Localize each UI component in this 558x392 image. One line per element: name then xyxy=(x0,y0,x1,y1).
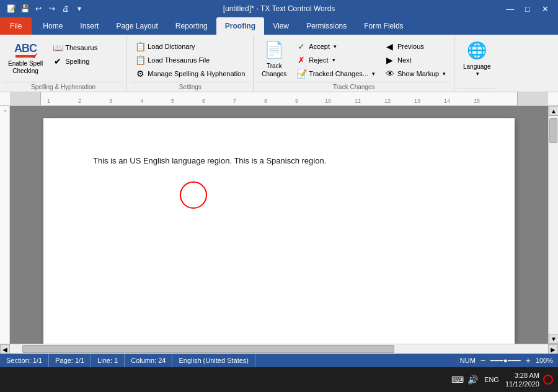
redo-qat-button[interactable]: ↪ xyxy=(46,2,58,15)
language-dropdown-icon[interactable]: ▾ xyxy=(476,71,479,78)
print-qat-button[interactable]: 🖨 xyxy=(60,2,72,15)
close-button[interactable]: ✕ xyxy=(537,2,553,15)
track-changes-group-content: 📄 TrackChanges ✓ Accept ▾ ✗ Reject ▾ 📝 T… xyxy=(257,37,450,81)
zoom-slider[interactable]: ━━━●━━━ xyxy=(490,357,521,365)
status-line: Line: 1 xyxy=(91,354,125,367)
status-column: Column: 24 xyxy=(125,354,172,367)
scroll-left-button[interactable]: ◀ xyxy=(0,344,10,354)
ribbon-group-language: 🌐 Language ▾ xyxy=(454,35,499,92)
quick-access-toolbar: 📝 💾 ↩ ↪ 🖨 ▾ xyxy=(5,2,86,15)
accept-dropdown-icon[interactable]: ▾ xyxy=(334,43,337,50)
spelling-group-label: Spelling & Hyphenation xyxy=(4,82,123,90)
show-markup-icon: 👁 xyxy=(385,69,395,79)
enable-spell-checking-button[interactable]: ABC ✓ Enable SpellChecking xyxy=(4,37,47,81)
scroll-down-button[interactable]: ▼ xyxy=(549,334,558,344)
track-changes-button[interactable]: 📄 TrackChanges xyxy=(257,37,291,81)
status-num: NUM xyxy=(460,357,476,364)
load-thesaurus-button[interactable]: 📋 Load Thesaurus File xyxy=(131,53,249,67)
ribbon-group-spelling: ABC ✓ Enable SpellChecking 📖 Thesaurus ✔… xyxy=(0,35,127,92)
load-thesaurus-icon: 📋 xyxy=(135,55,145,65)
reject-dropdown-icon[interactable]: ▾ xyxy=(332,57,335,63)
spelling-icon: ✔ xyxy=(53,56,63,66)
tab-home[interactable]: Home xyxy=(34,17,71,35)
accept-icon: ✓ xyxy=(296,41,306,51)
minimize-button[interactable]: — xyxy=(502,2,518,15)
settings-group-content: 📋 Load Dictionary 📋 Load Thesaurus File … xyxy=(131,37,249,81)
tracked-changes-icon: 📝 xyxy=(296,69,306,79)
tab-page-layout[interactable]: Page Layout xyxy=(107,17,166,35)
scroll-up-button[interactable]: ▲ xyxy=(549,106,558,116)
track-changes-group-label: Track Changes xyxy=(257,82,450,90)
track-changes-icon: 📄 xyxy=(264,40,284,61)
tab-view[interactable]: View xyxy=(264,17,298,35)
h-scroll-track[interactable] xyxy=(10,344,548,354)
tab-form-fields[interactable]: Form Fields xyxy=(355,17,412,35)
previous-icon: ◀ xyxy=(385,41,395,51)
language-badge[interactable]: ENG xyxy=(482,375,502,385)
language-icon: 🌐 xyxy=(467,40,487,61)
tab-insert[interactable]: Insert xyxy=(71,17,107,35)
reject-icon: ✗ xyxy=(296,55,306,65)
maximize-button[interactable]: □ xyxy=(520,2,536,15)
document-page: This is an US English language region. T… xyxy=(43,118,515,344)
settings-group-label: Settings xyxy=(131,82,249,90)
scroll-thumb[interactable] xyxy=(549,118,557,143)
h-scroll-thumb[interactable] xyxy=(22,345,394,353)
vertical-scrollbar[interactable]: ▲ ▼ xyxy=(548,106,558,344)
volume-icon[interactable]: 🔊 xyxy=(467,375,478,385)
accept-button[interactable]: ✓ Accept ▾ xyxy=(292,40,379,53)
window-title: [untitled]* - TX Text Control Words xyxy=(223,4,335,13)
document-text[interactable]: This is an US English language region. T… xyxy=(93,155,465,167)
tc-nav-col: ◀ Previous ▶ Next 👁 Show Markup ▾ xyxy=(381,37,450,81)
spell-small-col: 📖 Thesaurus ✔ Spelling xyxy=(48,37,123,68)
taskbar-right: ⌨ 🔊 ENG 3:28 AM 11/12/2020 xyxy=(451,371,553,389)
scroll-track[interactable] xyxy=(549,116,558,334)
previous-button[interactable]: ◀ Previous xyxy=(381,40,450,53)
tab-file[interactable]: File xyxy=(0,17,32,35)
thesaurus-button[interactable]: 📖 Thesaurus xyxy=(48,41,123,54)
tab-permissions[interactable]: Permissions xyxy=(298,17,355,35)
zoom-level: 100% xyxy=(536,357,553,364)
thesaurus-icon: 📖 xyxy=(53,43,63,53)
horizontal-scrollbar[interactable]: ◀ ▶ xyxy=(0,344,558,354)
next-button[interactable]: ▶ Next xyxy=(381,53,450,67)
save-qat-button[interactable]: 💾 xyxy=(19,2,31,15)
language-group-label xyxy=(458,89,495,90)
circle-indicator xyxy=(180,181,207,209)
window-controls: — □ ✕ xyxy=(502,2,553,15)
taskbar-circle-indicator xyxy=(543,375,553,385)
status-bar: Section: 1/1 Page: 1/1 Line: 1 Column: 2… xyxy=(0,354,558,367)
spelling-button[interactable]: ✔ Spelling xyxy=(48,54,123,68)
ribbon-group-track-changes: 📄 TrackChanges ✓ Accept ▾ ✗ Reject ▾ 📝 T… xyxy=(254,35,454,92)
minus-icon[interactable]: − xyxy=(480,355,485,365)
ribbon-tabs: File Home Insert Page Layout Reporting P… xyxy=(0,17,558,35)
status-page: Page: 1/1 xyxy=(49,354,91,367)
language-button[interactable]: 🌐 Language ▾ xyxy=(458,37,495,81)
tc-right-col: ✓ Accept ▾ ✗ Reject ▾ 📝 Tracked Changes.… xyxy=(292,37,379,81)
title-bar-left: 📝 💾 ↩ ↪ 🖨 ▾ xyxy=(5,2,86,15)
tracked-changes-button[interactable]: 📝 Tracked Changes... ▾ xyxy=(292,67,379,81)
tab-reporting[interactable]: Reporting xyxy=(167,17,216,35)
spell-check-icon: ABC ✓ xyxy=(14,43,37,59)
text-en-region: This is an US English language region. T… xyxy=(93,156,326,165)
reject-button[interactable]: ✗ Reject ▾ xyxy=(292,53,379,67)
scroll-right-button[interactable]: ▶ xyxy=(548,344,558,354)
load-dictionary-button[interactable]: 📋 Load Dictionary xyxy=(131,40,249,53)
ruler: 1 2 3 4 5 6 7 8 9 10 11 12 13 14 15 xyxy=(0,92,558,106)
status-language: English (United States) xyxy=(172,354,255,367)
show-markup-button[interactable]: 👁 Show Markup ▾ xyxy=(381,67,450,81)
next-icon: ▶ xyxy=(385,55,395,65)
tracked-changes-dropdown-icon[interactable]: ▾ xyxy=(372,71,375,77)
ribbon-group-settings: 📋 Load Dictionary 📋 Load Thesaurus File … xyxy=(127,35,254,92)
tab-proofing[interactable]: Proofing xyxy=(216,17,264,35)
manage-spelling-button[interactable]: ⚙ Manage Spelling & Hyphenation xyxy=(131,67,249,81)
plus-icon[interactable]: + xyxy=(526,355,531,365)
undo-qat-button[interactable]: ↩ xyxy=(32,2,45,15)
date-display: 11/12/2020 xyxy=(505,380,539,388)
keyboard-icon[interactable]: ⌨ xyxy=(451,375,464,385)
qat-dropdown-button[interactable]: ▾ xyxy=(73,2,86,15)
show-markup-dropdown-icon[interactable]: ▾ xyxy=(443,71,446,77)
title-bar: 📝 💾 ↩ ↪ 🖨 ▾ [untitled]* - TX Text Contro… xyxy=(0,0,558,17)
status-right: NUM − ━━━●━━━ + 100% xyxy=(460,355,558,365)
manage-icon: ⚙ xyxy=(135,69,145,79)
